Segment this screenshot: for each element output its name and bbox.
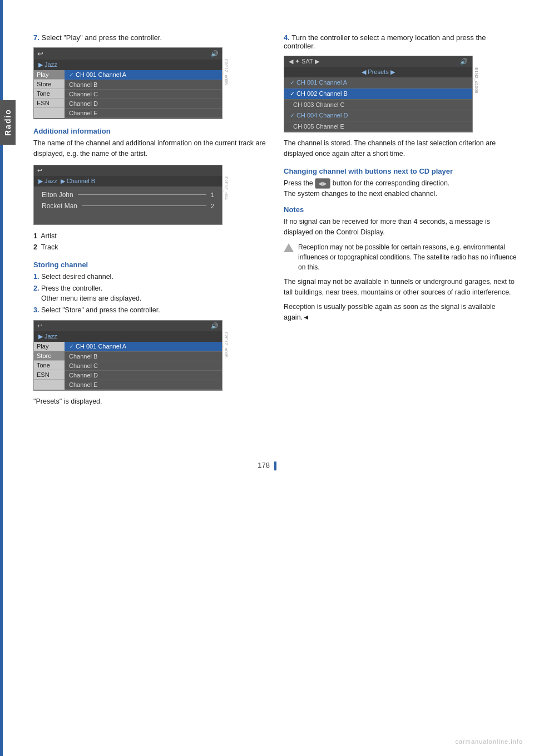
screen-3: ↩ 🔊 ▶ Jazz Play Store Tone ESN CH 001 Ch…: [33, 320, 222, 391]
storing-step-1-num: 1.: [33, 273, 39, 281]
notes-body-3: Reception is usually possible again as s…: [284, 302, 517, 323]
menu-tone[interactable]: Tone: [34, 89, 65, 99]
changing-step-2-text: The system changes to the next enabled c…: [284, 190, 437, 198]
legend-item-2: 2 Track: [33, 242, 267, 253]
changing-channel-heading: Changing channel with buttons next to CD…: [284, 167, 517, 175]
channel-c-3: Channel C: [65, 361, 222, 371]
screen-1-row: Play Store Tone ESN CH 001 Channel A Cha…: [34, 70, 222, 119]
screen-2-label: E2F1Z_d04: [224, 176, 229, 200]
sat-ch003: CH 003 Channel C: [284, 100, 472, 110]
nav-label-3: ▶ Jazz: [38, 333, 57, 340]
screen-1-header: ↩ 🔊: [34, 48, 222, 60]
screen-3-channels: CH 001 Channel A Channel B Channel C Cha…: [65, 342, 222, 390]
screen-3-row: Play Store Tone ESN CH 001 Channel A Cha…: [34, 342, 222, 390]
right-column: 4. Turn the controller to select a memor…: [284, 33, 517, 411]
channel-b: Channel B: [65, 80, 222, 90]
track-2-label: Rocket Man: [42, 202, 77, 210]
changing-channel-body: Press the ◀▶ button for the correspondin…: [284, 178, 517, 199]
channel-e: Channel E: [65, 109, 222, 118]
side-tab-radio: Radio: [0, 100, 16, 145]
storing-steps: 1. Select desired channel. 2. Press the …: [33, 272, 267, 316]
screen-1-nav: ▶ Jazz: [34, 60, 222, 70]
screen-1-menu: Play Store Tone ESN: [34, 70, 65, 118]
legend-item-1: 1 Artist: [33, 230, 267, 242]
storing-step-3: 3. Select "Store" and press the controll…: [33, 306, 267, 316]
sat-back-icon: ◀ ✦ SAT ▶: [289, 58, 319, 65]
screen-2-nav: ▶ Jazz ▶ Channel B: [34, 176, 222, 186]
legend-2-num: 2: [33, 243, 37, 251]
screen-1: ↩ 🔊 ▶ Jazz Play Store Tone ESN CH 001 Ch…: [33, 47, 222, 119]
track-2-line: [82, 205, 206, 206]
sat-ch004: ✓ CH 004 Channel D: [284, 110, 472, 121]
storing-step-2-num: 2.: [33, 284, 39, 292]
back-icon-3: ↩: [37, 322, 42, 330]
sat-ch001: ✓ CH 001 Channel A: [284, 77, 472, 89]
channel-e-3: Channel E: [65, 380, 222, 390]
menu-esn[interactable]: ESN: [34, 99, 65, 108]
sat-ch005: CH 005 Channel E: [284, 121, 472, 132]
additional-information-heading: Additional information: [33, 127, 267, 135]
options-icon-1: 🔊: [211, 50, 219, 57]
sat-header: ◀ ✦ SAT ▶ 🔊: [284, 56, 472, 67]
direction-button[interactable]: ◀▶: [315, 178, 330, 189]
channel-b-3: Channel B: [65, 352, 222, 361]
legend-1-num: 1: [33, 232, 37, 240]
sat-screen-label: E1N2_d1008: [474, 67, 479, 94]
presets-note: "Presets" is displayed.: [33, 396, 267, 407]
screen-2-content: Elton John 1 Rocket Man 2: [34, 186, 222, 224]
channel-d: Channel D: [65, 99, 222, 109]
step-4-text: Turn the controller to select a memory l…: [284, 33, 486, 50]
step-7-text: Select "Play" and press the controller.: [41, 33, 162, 42]
channel-d-3: Channel D: [65, 371, 222, 380]
step-4-num: 4.: [284, 33, 290, 42]
screen-2: ↩ ▶ Jazz ▶ Channel B Elton John 1 Rocket…: [33, 165, 222, 225]
menu-esn-3[interactable]: ESN: [34, 370, 65, 380]
menu-play-3[interactable]: Play: [34, 342, 65, 351]
screen-3-menu: Play Store Tone ESN: [34, 342, 65, 390]
screen-3-nav: ▶ Jazz: [34, 331, 222, 342]
storing-step-1: 1. Select desired channel.: [33, 272, 267, 282]
step-4: 4. Turn the controller to select a memor…: [284, 33, 517, 50]
track-1-line: [78, 194, 206, 195]
legend-1-label: Artist: [41, 232, 56, 240]
storing-step-2: 2. Press the controller. Other menu item…: [33, 284, 267, 303]
back-icon-2: ↩: [37, 167, 42, 174]
notes-body-1: If no signal can be received for more th…: [284, 217, 517, 238]
back-icon-1: ↩: [37, 50, 43, 58]
screen-1-label: E2F1Z_d005: [224, 59, 229, 85]
triangle-note-text: Reception may not be possible for certai…: [298, 242, 517, 272]
screen-3-header: ↩ 🔊: [34, 321, 222, 331]
screen-1-channels: CH 001 Channel A Channel B Channel C Cha…: [65, 70, 222, 118]
notes-body-2: The signal may not be available in tunne…: [284, 277, 517, 298]
nav-label-1: ▶ Jazz: [38, 61, 57, 68]
page-number: 178: [0, 461, 534, 482]
channel-a-3: CH 001 Channel A: [65, 342, 222, 352]
channel-c: Channel C: [65, 90, 222, 99]
storing-step-3-text: Select "Store" and press the controller.: [41, 306, 160, 314]
watermark: carmanualonline.info: [455, 738, 523, 745]
storing-step-1-text: Select desired channel.: [41, 273, 113, 281]
menu-store[interactable]: Store: [34, 80, 65, 89]
stored-text: The channel is stored. The channels of t…: [284, 138, 517, 159]
track-1-label: Elton John: [42, 191, 73, 199]
legend: 1 Artist 2 Track: [33, 230, 267, 253]
step-7-num: 7.: [33, 33, 39, 42]
left-column: 7. Select "Play" and press the controlle…: [33, 33, 267, 411]
storing-step-3-num: 3.: [33, 306, 39, 314]
triangle-icon: [284, 243, 294, 252]
storing-channel-heading: Storing channel: [33, 261, 267, 269]
menu-tone-3[interactable]: Tone: [34, 361, 65, 370]
screen-sat: ◀ ✦ SAT ▶ 🔊 ◀ Presets ▶ ✓ CH 001 Channel…: [284, 56, 473, 132]
storing-step-2-text: Press the controller. Other menu items a…: [33, 284, 142, 302]
nav-channel-b: ▶ Channel B: [61, 178, 95, 185]
changing-step-1-text: Press the: [284, 179, 315, 187]
track-1-num: 1: [211, 192, 214, 198]
menu-store-3[interactable]: Store: [34, 351, 65, 361]
sat-ch002: ✓ CH 002 Channel B: [284, 89, 472, 100]
screen-2-header: ↩: [34, 165, 222, 176]
menu-play[interactable]: Play: [34, 70, 65, 80]
track-row-2: Rocket Man 2: [42, 202, 214, 210]
additional-information-body: The name of the channel and additional i…: [33, 138, 267, 159]
changing-step-1-cont: button for the corresponding direction.: [333, 179, 450, 187]
track-2-num: 2: [211, 203, 214, 209]
